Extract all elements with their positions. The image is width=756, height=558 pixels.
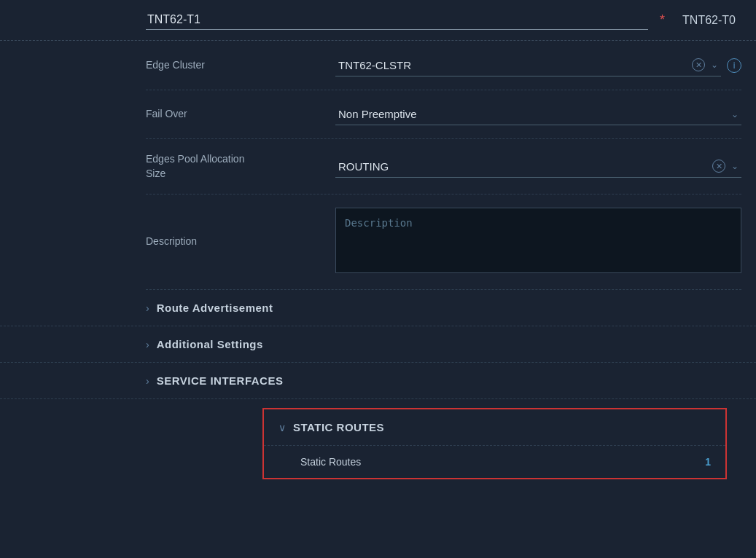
description-label: Description xyxy=(146,235,321,249)
edges-pool-control: ROUTING ✕ ⌄ xyxy=(335,155,741,178)
edge-cluster-icons: ✕ ⌄ xyxy=(692,58,718,71)
static-routes-count: 1 xyxy=(705,456,711,468)
required-star: * xyxy=(660,12,665,28)
service-interfaces-chevron-icon: › xyxy=(146,375,149,387)
service-interfaces-section[interactable]: › SERVICE INTERFACES xyxy=(0,363,756,399)
route-advertisement-section[interactable]: › Route Advertisement xyxy=(0,290,756,326)
additional-settings-chevron-icon: › xyxy=(146,339,149,350)
edges-pool-row: Edges Pool Allocation Size ROUTING ✕ ⌄ xyxy=(146,139,741,194)
static-routes-wrapper: ∨ STATIC ROUTES Static Routes 1 xyxy=(0,399,756,488)
additional-settings-section[interactable]: › Additional Settings xyxy=(0,326,756,363)
static-routes-label: Static Routes xyxy=(300,456,698,468)
routing-chevron-icon[interactable]: ⌄ xyxy=(731,161,739,171)
failover-label: Fail Over xyxy=(146,107,321,122)
edge-cluster-row: Edge Cluster TNT62-CLSTR ✕ ⌄ i xyxy=(146,41,741,90)
edge-cluster-value: TNT62-CLSTR xyxy=(338,59,692,71)
description-control xyxy=(335,208,741,276)
static-routes-title: STATIC ROUTES xyxy=(293,421,384,433)
edge-cluster-selector[interactable]: TNT62-CLSTR ✕ ⌄ i xyxy=(335,54,741,76)
static-routes-chevron-icon: ∨ xyxy=(278,422,286,433)
top-bar: * TNT62-T0 xyxy=(0,0,756,41)
failover-control: Non Preemptive ⌄ xyxy=(335,103,741,125)
description-textarea[interactable] xyxy=(335,208,741,273)
form-section: Edge Cluster TNT62-CLSTR ✕ ⌄ i Fail Over xyxy=(0,41,756,290)
routing-value: ROUTING xyxy=(338,160,712,173)
edge-cluster-label: Edge Cluster xyxy=(146,58,321,73)
main-container: * TNT62-T0 Edge Cluster TNT62-CLSTR ✕ ⌄ … xyxy=(0,0,756,558)
failover-chevron-icon[interactable]: ⌄ xyxy=(731,109,739,119)
description-row: Description xyxy=(146,194,741,290)
edges-pool-label: Edges Pool Allocation Size xyxy=(146,152,321,181)
static-routes-header[interactable]: ∨ STATIC ROUTES xyxy=(264,409,725,446)
clear-edge-cluster-icon[interactable]: ✕ xyxy=(692,58,705,71)
service-interfaces-title: SERVICE INTERFACES xyxy=(157,374,284,387)
chevron-down-icon[interactable]: ⌄ xyxy=(711,60,718,70)
failover-value: Non Preemptive xyxy=(338,108,417,120)
route-advertisement-chevron-icon: › xyxy=(146,302,149,314)
static-routes-item[interactable]: Static Routes 1 xyxy=(264,446,725,478)
name-input[interactable] xyxy=(146,10,648,30)
additional-settings-title: Additional Settings xyxy=(157,338,263,350)
info-icon[interactable]: i xyxy=(727,58,741,73)
name-input-wrapper xyxy=(146,10,648,30)
routing-select[interactable]: ROUTING ✕ ⌄ xyxy=(335,155,741,178)
edge-cluster-select[interactable]: TNT62-CLSTR ✕ ⌄ xyxy=(335,54,721,76)
static-routes-section: ∨ STATIC ROUTES Static Routes 1 xyxy=(262,408,727,479)
failover-select[interactable]: Non Preemptive ⌄ xyxy=(335,103,741,125)
failover-row: Fail Over Non Preemptive ⌄ xyxy=(146,90,741,139)
tab-label: TNT62-T0 xyxy=(677,11,741,30)
clear-routing-icon[interactable]: ✕ xyxy=(712,160,725,173)
route-advertisement-title: Route Advertisement xyxy=(157,302,273,314)
routing-icons: ✕ ⌄ xyxy=(712,160,739,173)
edge-cluster-control: TNT62-CLSTR ✕ ⌄ i xyxy=(335,54,741,76)
